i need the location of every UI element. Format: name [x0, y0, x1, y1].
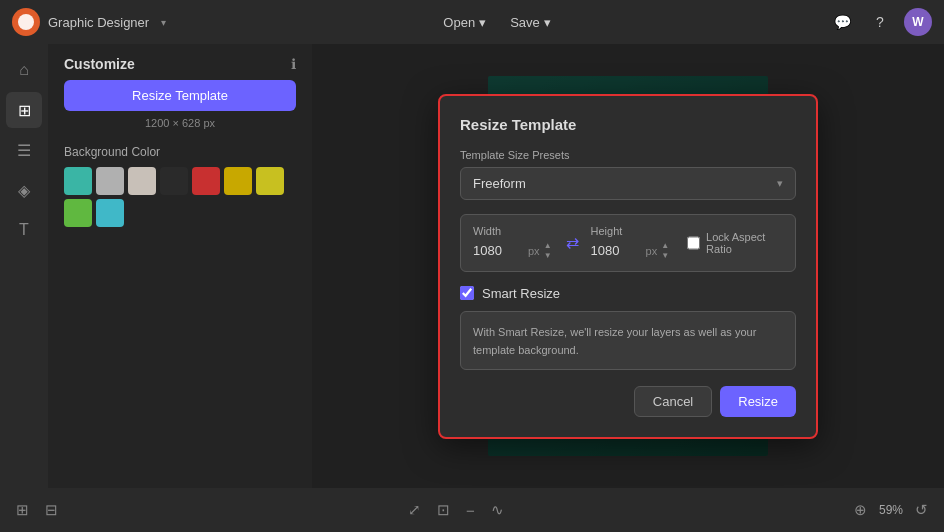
bottom-layout-icon[interactable]: ⊟ [41, 497, 62, 523]
modal-footer: Cancel Resize [460, 386, 796, 417]
resize-button[interactable]: Resize [720, 386, 796, 417]
sidebar-elements-icon[interactable]: ◈ [6, 172, 42, 208]
swatch-gray[interactable] [96, 167, 124, 195]
width-group: Width px ▲ ▼ [473, 225, 554, 261]
bottom-undo-icon[interactable]: ↺ [911, 497, 932, 523]
app-logo [12, 8, 40, 36]
panel-title: Customize [64, 56, 135, 72]
bottom-wave-icon[interactable]: ∿ [487, 497, 508, 523]
template-size: 1200 × 628 px [48, 117, 312, 129]
swatch-cyan[interactable] [96, 199, 124, 227]
swatch-lightgray[interactable] [128, 167, 156, 195]
top-bar: Graphic Designer ▾ Open ▾ Save ▾ 💬 ? W [0, 0, 944, 44]
modal-overlay: Resize Template Template Size Presets Fr… [312, 44, 944, 488]
bottom-grid-icon[interactable]: ⊞ [12, 497, 33, 523]
swatch-lime[interactable] [256, 167, 284, 195]
swatch-dark[interactable] [160, 167, 188, 195]
height-unit: px [646, 245, 658, 257]
bg-color-label: Background Color [64, 145, 296, 159]
modal-title: Resize Template [460, 116, 796, 133]
presets-label: Template Size Presets [460, 149, 796, 161]
cancel-button[interactable]: Cancel [634, 386, 712, 417]
bottom-expand-icon[interactable]: ⤢ [404, 497, 425, 523]
color-swatches [64, 167, 296, 227]
save-chevron-icon: ▾ [544, 15, 551, 30]
bottom-center: ⤢ ⊡ − ∿ [404, 497, 508, 523]
height-decrement-btn[interactable]: ▼ [659, 251, 671, 261]
swatch-teal[interactable] [64, 167, 92, 195]
chat-icon[interactable]: 💬 [828, 8, 856, 36]
width-unit: px [528, 245, 540, 257]
swatch-red[interactable] [192, 167, 220, 195]
smart-resize-info-text: With Smart Resize, we'll resize your lay… [473, 326, 756, 357]
info-icon[interactable]: ℹ [291, 56, 296, 72]
panel-header: Customize ℹ [48, 44, 312, 80]
bottom-minus-icon[interactable]: − [462, 498, 479, 523]
swap-dimensions-icon[interactable]: ⇄ [566, 233, 579, 252]
open-button[interactable]: Open ▾ [433, 11, 496, 34]
sidebar-text-icon[interactable]: T [6, 212, 42, 248]
height-stepper: ▲ ▼ [659, 241, 671, 261]
zoom-level: 59% [879, 503, 903, 517]
bottom-bar: ⊞ ⊟ ⤢ ⊡ − ∿ ⊕ 59% ↺ [0, 488, 944, 532]
height-input[interactable] [591, 243, 646, 258]
height-label: Height [591, 225, 672, 237]
left-sidebar: ⌂ ⊞ ☰ ◈ T [0, 44, 48, 488]
bg-color-section: Background Color [48, 145, 312, 227]
swatch-green[interactable] [64, 199, 92, 227]
app-title: Graphic Designer [48, 15, 149, 30]
bottom-right: ⊕ 59% ↺ [850, 497, 932, 523]
bottom-crop-icon[interactable]: ⊡ [433, 497, 454, 523]
presets-dropdown[interactable]: Freeform ▾ [460, 167, 796, 200]
lock-aspect-checkbox[interactable] [687, 236, 700, 250]
sidebar-home-icon[interactable]: ⌂ [6, 52, 42, 88]
left-panel: Customize ℹ Resize Template 1200 × 628 p… [48, 44, 312, 488]
width-input[interactable] [473, 243, 528, 258]
app-title-chevron[interactable]: ▾ [161, 17, 166, 28]
sidebar-layers-icon[interactable]: ☰ [6, 132, 42, 168]
dropdown-value: Freeform [473, 176, 526, 191]
dimensions-row: Width px ▲ ▼ ⇄ Height px ▲ [460, 214, 796, 272]
open-chevron-icon: ▾ [479, 15, 486, 30]
width-label: Width [473, 225, 554, 237]
help-icon[interactable]: ? [866, 8, 894, 36]
bottom-add-icon[interactable]: ⊕ [850, 497, 871, 523]
avatar[interactable]: W [904, 8, 932, 36]
height-increment-btn[interactable]: ▲ [659, 241, 671, 251]
top-bar-right: 💬 ? W [828, 8, 932, 36]
sidebar-customize-icon[interactable]: ⊞ [6, 92, 42, 128]
save-button[interactable]: Save ▾ [500, 11, 561, 34]
bottom-left: ⊞ ⊟ [12, 497, 62, 523]
resize-template-button[interactable]: Resize Template [64, 80, 296, 111]
smart-resize-checkbox[interactable] [460, 286, 474, 300]
width-decrement-btn[interactable]: ▼ [542, 251, 554, 261]
resize-template-modal: Resize Template Template Size Presets Fr… [438, 94, 818, 439]
smart-resize-info-box: With Smart Resize, we'll resize your lay… [460, 311, 796, 370]
lock-aspect-label: Lock Aspect Ratio [706, 231, 783, 255]
width-stepper: ▲ ▼ [542, 241, 554, 261]
smart-resize-row: Smart Resize [460, 286, 796, 301]
height-group: Height px ▲ ▼ [591, 225, 672, 261]
width-increment-btn[interactable]: ▲ [542, 241, 554, 251]
smart-resize-label: Smart Resize [482, 286, 560, 301]
top-bar-center: Open ▾ Save ▾ [433, 11, 560, 34]
lock-aspect-row: Lock Aspect Ratio [687, 231, 783, 255]
dropdown-chevron-icon: ▾ [777, 177, 783, 190]
swatch-yellow[interactable] [224, 167, 252, 195]
